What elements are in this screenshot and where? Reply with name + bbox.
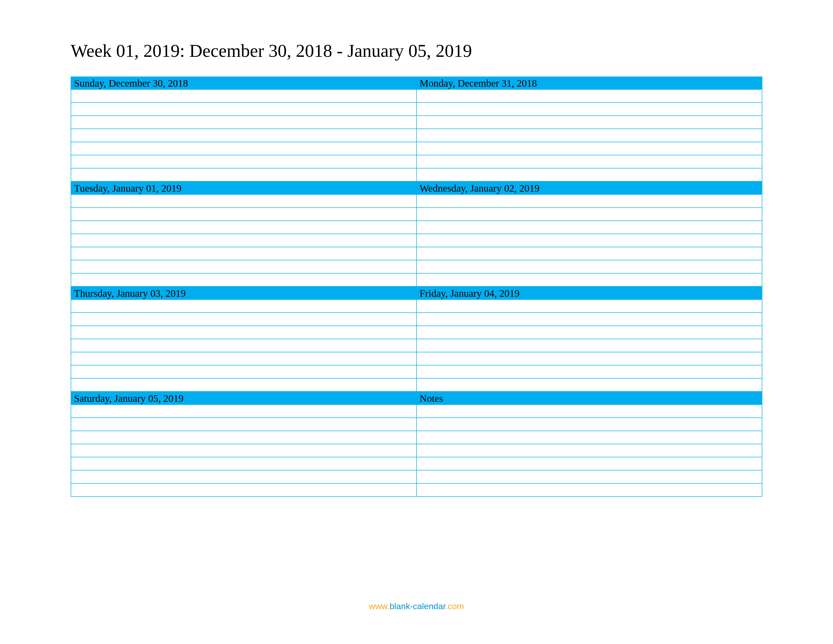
entry-row[interactable] [416,484,762,497]
entry-row[interactable] [71,300,416,313]
entry-row[interactable] [416,457,762,470]
entry-row[interactable] [416,195,762,208]
day-header: Tuesday, January 01, 2019 [71,182,416,195]
entry-row[interactable] [71,129,416,142]
footer-url: www.blank-calendar.com [0,601,833,611]
entry-row[interactable] [71,457,416,470]
day-block: Wednesday, January 02, 2019 [416,182,762,287]
entry-row[interactable] [416,116,762,129]
entry-row[interactable] [416,352,762,365]
entry-row[interactable] [416,142,762,155]
entry-row[interactable] [71,378,416,392]
entry-row[interactable] [416,155,762,169]
entry-row[interactable] [71,155,416,169]
entry-row[interactable] [71,142,416,155]
entry-row[interactable] [71,470,416,484]
entry-row[interactable] [71,169,416,182]
entry-row[interactable] [71,195,416,208]
entry-row[interactable] [71,274,416,287]
entry-row[interactable] [416,129,762,142]
entry-row[interactable] [416,444,762,457]
entry-row[interactable] [71,221,416,234]
page-container: Week 01, 2019: December 30, 2018 - Janua… [0,0,833,497]
footer-domain: blank-calendar [389,601,445,611]
entry-row[interactable] [416,90,762,103]
entry-row[interactable] [416,260,762,274]
entry-row[interactable] [71,405,416,418]
entry-row[interactable] [71,352,416,365]
entry-row[interactable] [71,418,416,431]
day-block: Sunday, December 30, 2018 [71,77,416,182]
footer-tld: .com [445,601,464,611]
page-title: Week 01, 2019: December 30, 2018 - Janua… [71,40,762,61]
calendar-grid: Sunday, December 30, 2018Monday, Decembe… [71,77,762,497]
entry-row[interactable] [71,247,416,260]
day-block: Thursday, January 03, 2019 [71,287,416,392]
day-header: Notes [416,392,762,405]
entry-row[interactable] [416,169,762,182]
entry-row[interactable] [71,365,416,378]
entry-row[interactable] [416,405,762,418]
entry-row[interactable] [416,365,762,378]
entry-row[interactable] [416,208,762,221]
entry-row[interactable] [416,234,762,247]
day-header: Monday, December 31, 2018 [416,77,762,90]
day-block: Saturday, January 05, 2019 [71,392,416,497]
entry-row[interactable] [416,339,762,352]
entry-row[interactable] [71,326,416,339]
entry-row[interactable] [71,103,416,116]
entry-row[interactable] [416,470,762,484]
day-header: Saturday, January 05, 2019 [71,392,416,405]
entry-row[interactable] [416,326,762,339]
entry-row[interactable] [71,484,416,497]
entry-row[interactable] [71,313,416,326]
day-header: Thursday, January 03, 2019 [71,287,416,300]
day-header: Sunday, December 30, 2018 [71,77,416,90]
entry-row[interactable] [416,274,762,287]
entry-row[interactable] [416,103,762,116]
day-block: Monday, December 31, 2018 [416,77,762,182]
entry-row[interactable] [71,90,416,103]
entry-row[interactable] [71,234,416,247]
day-header: Friday, January 04, 2019 [416,287,762,300]
entry-row[interactable] [71,260,416,274]
day-block: Notes [416,392,762,497]
day-block: Friday, January 04, 2019 [416,287,762,392]
entry-row[interactable] [416,300,762,313]
entry-row[interactable] [416,378,762,392]
entry-row[interactable] [416,313,762,326]
entry-row[interactable] [71,116,416,129]
entry-row[interactable] [416,247,762,260]
entry-row[interactable] [71,208,416,221]
footer-www: www. [369,601,389,611]
entry-row[interactable] [416,221,762,234]
entry-row[interactable] [71,444,416,457]
entry-row[interactable] [416,418,762,431]
day-header: Wednesday, January 02, 2019 [416,182,762,195]
entry-row[interactable] [416,431,762,444]
day-block: Tuesday, January 01, 2019 [71,182,416,287]
entry-row[interactable] [71,431,416,444]
entry-row[interactable] [71,339,416,352]
